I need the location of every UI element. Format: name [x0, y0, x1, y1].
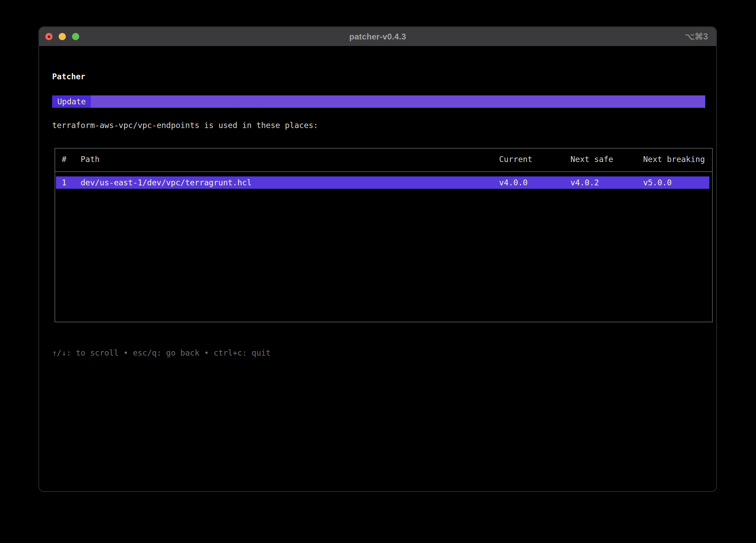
column-header-current: Current [499, 153, 532, 165]
table-row[interactable]: 1 dev/us-east-1/dev/vpc/terragrunt.hcl v… [56, 176, 709, 189]
keyboard-hints: ↑/↓: to scroll • esc/q: go back • ctrl+c… [52, 348, 271, 358]
tab-bar: Update [52, 95, 705, 108]
edited-indicator-dot [48, 35, 50, 38]
row-next-breaking-cell: v5.0.0 [643, 176, 672, 189]
usage-subtitle: terraform-aws-vpc/vpc-endpoints is used … [52, 120, 318, 131]
row-next-safe-cell: v4.0.2 [570, 176, 599, 189]
traffic-lights [45, 27, 79, 46]
usage-table: # Path Current Next safe Next breaking 1… [55, 148, 713, 322]
title-bar: patcher-v0.4.3 ⌥⌘3 [39, 27, 716, 46]
row-path-cell: dev/us-east-1/dev/vpc/terragrunt.hcl [81, 176, 252, 189]
column-header-path: Path [81, 153, 99, 165]
table-header-row: # Path Current Next safe Next breaking [55, 153, 712, 165]
minimize-button[interactable] [59, 33, 66, 40]
row-number-cell: 1 [62, 176, 67, 189]
page-title: Patcher [52, 71, 85, 82]
close-button[interactable] [45, 33, 52, 40]
app-window: patcher-v0.4.3 ⌥⌘3 Patcher Update terraf… [38, 26, 717, 492]
terminal-content: Patcher Update terraform-aws-vpc/vpc-end… [39, 46, 716, 491]
row-current-cell: v4.0.0 [499, 176, 528, 189]
tab-update[interactable]: Update [52, 95, 91, 108]
column-header-number: # [62, 153, 67, 165]
window-shortcut-badge: ⌥⌘3 [685, 27, 708, 46]
column-header-next-breaking: Next breaking [643, 153, 705, 165]
window-title: patcher-v0.4.3 [39, 32, 716, 42]
zoom-button[interactable] [72, 33, 79, 40]
table-header-separator [55, 171, 712, 172]
column-header-next-safe: Next safe [570, 153, 613, 165]
